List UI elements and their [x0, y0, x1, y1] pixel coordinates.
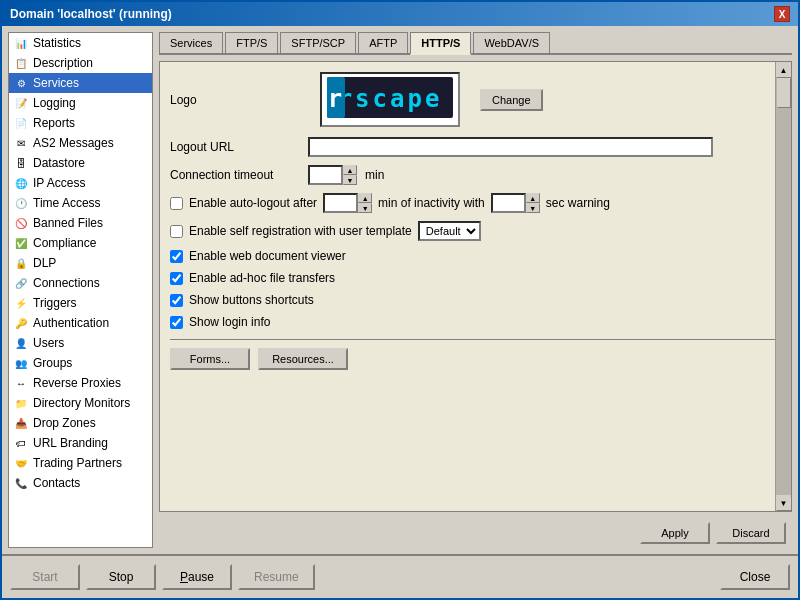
sidebar-item-dropzones[interactable]: 📥 Drop Zones [9, 413, 152, 433]
sidebar-item-urlbranding[interactable]: 🏷 URL Branding [9, 433, 152, 453]
sidebar-item-label-contacts: Contacts [33, 476, 80, 490]
sidebar-item-tradingpartners[interactable]: 🤝 Trading Partners [9, 453, 152, 473]
forms-button[interactable]: Forms... [170, 348, 250, 370]
sidebar-item-statistics[interactable]: 📊 Statistics [9, 33, 152, 53]
tab-https[interactable]: HTTP/S [410, 32, 471, 55]
sidebar-item-users[interactable]: 👤 Users [9, 333, 152, 353]
bottom-buttons: Forms... Resources... [170, 339, 781, 370]
sidebar-item-services[interactable]: ⚙ Services [9, 73, 152, 93]
tradingpartners-icon: 🤝 [13, 455, 29, 471]
sidebar-item-reports[interactable]: 📄 Reports [9, 113, 152, 133]
right-panel: ServicesFTP/SSFTP/SCPAFTPHTTP/SWebDAV/S … [159, 32, 792, 548]
sidebar-item-dlp[interactable]: 🔒 DLP [9, 253, 152, 273]
change-logo-button[interactable]: Change [480, 89, 543, 111]
sidebar-item-label-services: Services [33, 76, 79, 90]
apply-button[interactable]: Apply [640, 522, 710, 544]
sidebar-item-ipaccess[interactable]: 🌐 IP Access [9, 173, 152, 193]
sidebar-item-authentication[interactable]: 🔑 Authentication [9, 313, 152, 333]
reverseproxies-icon: ↔ [13, 375, 29, 391]
sidebar-item-compliance[interactable]: ✅ Compliance [9, 233, 152, 253]
connection-timeout-down[interactable]: ▼ [343, 175, 357, 185]
autologout-checkbox[interactable] [170, 197, 183, 210]
autologout-sec-input[interactable]: 10 [491, 193, 526, 213]
sidebar-item-label-description: Description [33, 56, 93, 70]
self-registration-checkbox[interactable] [170, 225, 183, 238]
autologout-sec-up[interactable]: ▲ [526, 193, 540, 203]
autologout-down[interactable]: ▼ [358, 203, 372, 213]
sidebar-item-groups[interactable]: 👥 Groups [9, 353, 152, 373]
stop-button[interactable]: Stop [86, 564, 156, 590]
footer-bar: Start Stop Pause Resume Close [2, 554, 798, 598]
sidebar-item-label-reverseproxies: Reverse Proxies [33, 376, 121, 390]
close-button[interactable]: Close [720, 564, 790, 590]
tabs-bar: ServicesFTP/SSFTP/SCPAFTPHTTP/SWebDAV/S [159, 32, 792, 55]
sidebar-item-label-logging: Logging [33, 96, 76, 110]
sidebar-item-connections[interactable]: 🔗 Connections [9, 273, 152, 293]
sidebar-item-label-groups: Groups [33, 356, 72, 370]
sidebar-item-label-datastore: Datastore [33, 156, 85, 170]
logging-icon: 📝 [13, 95, 29, 111]
show-login-checkbox[interactable] [170, 316, 183, 329]
sidebar-item-directorymonitors[interactable]: 📁 Directory Monitors [9, 393, 152, 413]
sidebar-item-timeaccess[interactable]: 🕐 Time Access [9, 193, 152, 213]
sidebar-item-label-reports: Reports [33, 116, 75, 130]
directorymonitors-icon: 📁 [13, 395, 29, 411]
sidebar-item-label-dlp: DLP [33, 256, 56, 270]
discard-button[interactable]: Discard [716, 522, 786, 544]
urlbranding-icon: 🏷 [13, 435, 29, 451]
triggers-icon: ⚡ [13, 295, 29, 311]
start-button[interactable]: Start [10, 564, 80, 590]
sidebar-item-label-connections: Connections [33, 276, 100, 290]
web-doc-viewer-label: Enable web document viewer [189, 249, 346, 263]
logo-section: Logo rscape r Change [170, 72, 781, 127]
sidebar: 📊 Statistics 📋 Description ⚙ Services 📝 … [8, 32, 153, 548]
sidebar-item-label-compliance: Compliance [33, 236, 96, 250]
scroll-up-arrow[interactable]: ▲ [776, 62, 792, 78]
authentication-icon: 🔑 [13, 315, 29, 331]
sidebar-item-datastore[interactable]: 🗄 Datastore [9, 153, 152, 173]
tab-aftp[interactable]: AFTP [358, 32, 408, 53]
autologout-sec-spin-buttons: ▲ ▼ [526, 193, 540, 213]
sidebar-item-description[interactable]: 📋 Description [9, 53, 152, 73]
tab-webdavs[interactable]: WebDAV/S [473, 32, 550, 53]
web-doc-viewer-checkbox[interactable] [170, 250, 183, 263]
sidebar-item-label-tradingpartners: Trading Partners [33, 456, 122, 470]
autologout-input[interactable]: 1 [323, 193, 358, 213]
tab-ftps[interactable]: FTP/S [225, 32, 278, 53]
sidebar-item-label-urlbranding: URL Branding [33, 436, 108, 450]
sidebar-item-reverseproxies[interactable]: ↔ Reverse Proxies [9, 373, 152, 393]
sidebar-item-label-ipaccess: IP Access [33, 176, 85, 190]
pause-button[interactable]: Pause [162, 564, 232, 590]
tab-sftpscp[interactable]: SFTP/SCP [280, 32, 356, 53]
sidebar-item-logging[interactable]: 📝 Logging [9, 93, 152, 113]
ipaccess-icon: 🌐 [13, 175, 29, 191]
sidebar-item-contacts[interactable]: 📞 Contacts [9, 473, 152, 493]
resources-button[interactable]: Resources... [258, 348, 348, 370]
sidebar-item-as2messages[interactable]: ✉ AS2 Messages [9, 133, 152, 153]
scroll-thumb[interactable] [777, 78, 791, 108]
sidebar-item-triggers[interactable]: ⚡ Triggers [9, 293, 152, 313]
resume-button[interactable]: Resume [238, 564, 315, 590]
connection-timeout-label: Connection timeout [170, 168, 300, 182]
show-buttons-checkbox[interactable] [170, 294, 183, 307]
adhoc-transfers-row: Enable ad-hoc file transfers [170, 271, 781, 285]
sidebar-item-bannedfiles[interactable]: 🚫 Banned Files [9, 213, 152, 233]
groups-icon: 👥 [13, 355, 29, 371]
autologout-up[interactable]: ▲ [358, 193, 372, 203]
self-registration-dropdown[interactable]: Default [418, 221, 481, 241]
tab-services[interactable]: Services [159, 32, 223, 53]
autologout-sec-down[interactable]: ▼ [526, 203, 540, 213]
scrollbar[interactable]: ▲ ▼ [775, 62, 791, 511]
dlp-icon: 🔒 [13, 255, 29, 271]
bannedfiles-icon: 🚫 [13, 215, 29, 231]
adhoc-transfers-checkbox[interactable] [170, 272, 183, 285]
close-window-button[interactable]: X [774, 6, 790, 22]
logout-url-input[interactable] [308, 137, 713, 157]
connection-timeout-up[interactable]: ▲ [343, 165, 357, 175]
connection-timeout-input[interactable]: 10 [308, 165, 343, 185]
web-doc-viewer-row: Enable web document viewer [170, 249, 781, 263]
action-buttons: Apply Discard [159, 518, 792, 548]
autologout-row: Enable auto-logout after 1 ▲ ▼ min of in… [170, 193, 781, 213]
window-title: Domain 'localhost' (running) [10, 7, 172, 21]
scroll-down-arrow[interactable]: ▼ [776, 495, 792, 511]
